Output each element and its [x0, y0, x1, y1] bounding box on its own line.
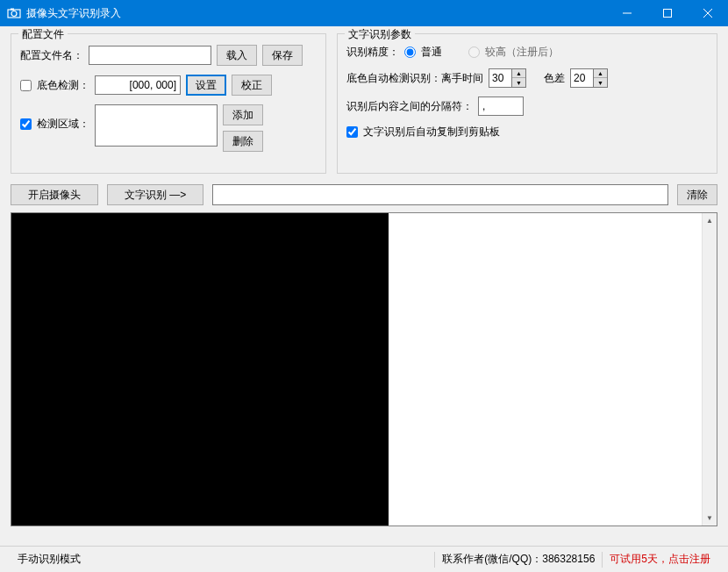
bg-detect-label: 底色检测：: [37, 78, 89, 93]
result-input[interactable]: [212, 184, 668, 205]
scroll-down-icon[interactable]: ▼: [703, 511, 717, 526]
recognize-button[interactable]: 文字识别 —>: [107, 184, 203, 205]
correct-button[interactable]: 校正: [232, 75, 272, 96]
result-view: ▲ ▼: [389, 213, 717, 526]
statusbar: 手动识别模式 联系作者(微信/QQ)：386328156 可试用5天，点击注册: [0, 546, 728, 572]
bg-detect-checkbox[interactable]: [20, 80, 32, 91]
titlebar: 摄像头文字识别录入: [0, 0, 728, 26]
config-name-label: 配置文件名：: [20, 48, 83, 63]
leave-time-input[interactable]: [489, 68, 511, 88]
scroll-up-icon[interactable]: ▲: [703, 213, 717, 228]
delete-button[interactable]: 删除: [223, 131, 263, 152]
save-button[interactable]: 保存: [262, 45, 303, 66]
precision-label: 识别精度：: [346, 45, 399, 60]
load-button[interactable]: 载入: [217, 45, 257, 66]
config-legend: 配置文件: [18, 27, 68, 42]
precision-normal-label: 普通: [421, 45, 442, 60]
status-contact: 联系作者(微信/QQ)：386328156: [435, 552, 602, 567]
precision-high-radio[interactable]: [468, 46, 480, 58]
clear-button[interactable]: 清除: [677, 184, 717, 205]
spin-down-icon[interactable]: ▼: [594, 78, 607, 87]
detect-area-checkbox[interactable]: [20, 118, 32, 130]
auto-copy-checkbox[interactable]: [346, 126, 358, 138]
scroll-track[interactable]: [703, 228, 717, 511]
bg-detect-input[interactable]: [95, 75, 181, 95]
auto-copy-label: 文字识别后自动复制到剪贴板: [363, 125, 500, 139]
viewer-panel: ▲ ▼: [11, 212, 717, 526]
maximize-button[interactable]: [647, 0, 688, 26]
config-name-input[interactable]: [89, 46, 211, 65]
window-title: 摄像头文字识别录入: [26, 6, 607, 21]
svg-rect-2: [11, 9, 14, 11]
detect-area-label: 检测区域：: [37, 117, 89, 132]
camera-view: [11, 213, 389, 526]
spin-up-icon[interactable]: ▲: [594, 69, 607, 78]
separator-label: 识别后内容之间的分隔符：: [346, 99, 473, 114]
set-button[interactable]: 设置: [186, 75, 226, 96]
leave-time-spinner[interactable]: ▲▼: [489, 68, 526, 88]
config-group: 配置文件 配置文件名： 载入 保存 底色检测： 设置 校正 检测区域： 添加: [11, 33, 326, 174]
minimize-button[interactable]: [607, 0, 647, 26]
svg-rect-4: [664, 10, 672, 18]
color-diff-spinner[interactable]: ▲▼: [570, 68, 608, 88]
precision-normal-radio[interactable]: [404, 46, 416, 58]
svg-point-1: [11, 11, 17, 17]
open-camera-button[interactable]: 开启摄像头: [11, 184, 98, 205]
vertical-scrollbar[interactable]: ▲ ▼: [702, 213, 717, 526]
close-button[interactable]: [688, 0, 728, 26]
status-trial[interactable]: 可试用5天，点击注册: [603, 552, 717, 567]
separator-input[interactable]: [478, 97, 524, 116]
ocr-params-legend: 文字识别参数: [345, 27, 415, 42]
app-icon: [7, 6, 21, 20]
add-button[interactable]: 添加: [223, 104, 263, 125]
precision-high-label: 较高（注册后）: [485, 45, 559, 60]
status-mode: 手动识别模式: [11, 552, 88, 567]
detect-area-input[interactable]: [95, 104, 218, 147]
autodetect-label: 底色自动检测识别：离手时间: [346, 71, 483, 86]
ocr-params-group: 文字识别参数 识别精度： 普通 较高（注册后） 底色自动检测识别：离手时间 ▲▼…: [337, 33, 717, 174]
color-diff-label: 色差: [544, 71, 565, 86]
spin-up-icon[interactable]: ▲: [512, 69, 525, 78]
spin-down-icon[interactable]: ▼: [512, 78, 525, 87]
color-diff-input[interactable]: [570, 68, 593, 88]
